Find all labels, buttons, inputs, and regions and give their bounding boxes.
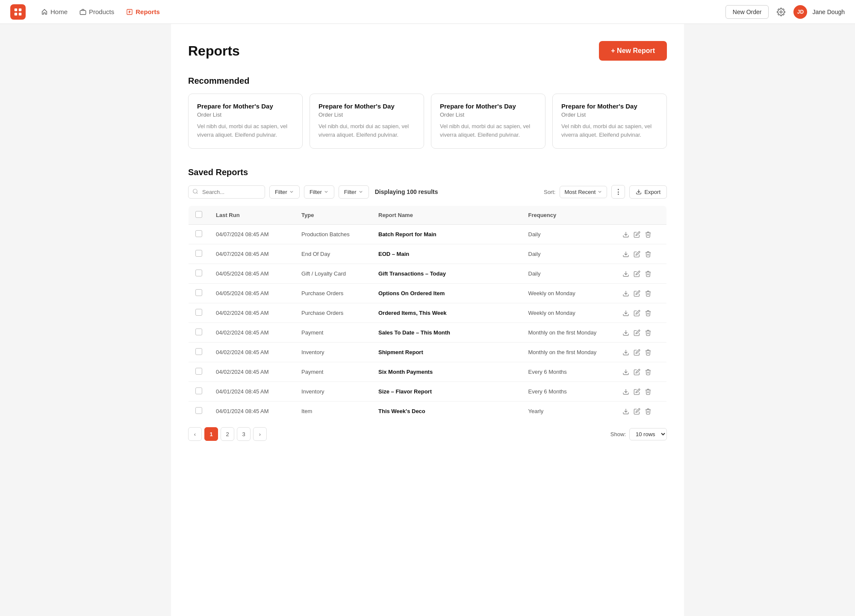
settings-icon[interactable]: [774, 5, 788, 19]
table-row: 04/02/2024 08:45 AM Payment Six Month Pa…: [189, 362, 667, 382]
row-checkbox-4[interactable]: [195, 309, 202, 316]
user-name: Jane Dough: [812, 9, 845, 15]
header-actions: [616, 206, 667, 225]
row-actions: [616, 402, 667, 421]
delete-icon[interactable]: [645, 408, 652, 415]
row-checkbox-8[interactable]: [195, 387, 202, 394]
row-checkbox-1[interactable]: [195, 250, 202, 257]
avatar[interactable]: JD: [793, 5, 807, 19]
page-header: Reports + New Report: [188, 41, 667, 61]
new-order-button[interactable]: New Order: [725, 5, 769, 19]
delete-icon[interactable]: [645, 231, 652, 238]
download-icon[interactable]: [622, 310, 629, 317]
delete-icon[interactable]: [645, 388, 652, 395]
row-last-run: 04/02/2024 08:45 AM: [209, 303, 295, 323]
more-options-button[interactable]: ⋮: [611, 185, 625, 199]
row-frequency: Monthly on the first Monday: [522, 323, 616, 343]
row-check-cell: [189, 362, 209, 382]
pagination-page-2[interactable]: 2: [221, 427, 234, 441]
download-icon[interactable]: [622, 408, 629, 415]
new-report-button[interactable]: + New Report: [599, 41, 667, 61]
select-all-checkbox[interactable]: [195, 211, 202, 218]
delete-icon[interactable]: [645, 329, 652, 336]
pagination-next[interactable]: ›: [253, 427, 267, 441]
row-checkbox-3[interactable]: [195, 289, 202, 296]
download-icon[interactable]: [622, 290, 629, 297]
recommended-section: Recommended Prepare for Mother's Day Ord…: [188, 76, 667, 149]
filter-button-3[interactable]: Filter: [339, 185, 369, 199]
filter-button-2[interactable]: Filter: [304, 185, 334, 199]
edit-icon[interactable]: [634, 349, 640, 356]
table-row: 04/07/2024 08:45 AM Production Batches B…: [189, 225, 667, 244]
header-report-name: Report Name: [371, 206, 522, 225]
nav-home[interactable]: Home: [36, 6, 73, 18]
recommended-card-0[interactable]: Prepare for Mother's Day Order List Vel …: [188, 94, 303, 149]
row-last-run: 04/05/2024 08:45 AM: [209, 284, 295, 303]
pagination-page-3[interactable]: 3: [237, 427, 251, 441]
nav-reports[interactable]: Reports: [121, 6, 165, 18]
nav-products[interactable]: Products: [74, 6, 119, 18]
download-icon[interactable]: [622, 231, 629, 238]
table-row: 04/05/2024 08:45 AM Gift / Loyalty Card …: [189, 264, 667, 284]
edit-icon[interactable]: [634, 290, 640, 297]
edit-icon[interactable]: [634, 231, 640, 238]
delete-icon[interactable]: [645, 369, 652, 375]
filter-button-1[interactable]: Filter: [269, 185, 300, 199]
delete-icon[interactable]: [645, 251, 652, 258]
table-row: 04/02/2024 08:45 AM Purchase Orders Orde…: [189, 303, 667, 323]
pagination-prev[interactable]: ‹: [188, 427, 202, 441]
row-check-cell: [189, 343, 209, 362]
download-icon[interactable]: [622, 388, 629, 395]
row-frequency: Yearly: [522, 402, 616, 421]
row-check-cell: [189, 244, 209, 264]
row-report-name: Batch Report for Main: [371, 225, 522, 244]
rows-per-page-select[interactable]: 10 rows 25 rows 50 rows: [629, 428, 667, 440]
edit-icon[interactable]: [634, 329, 640, 336]
reports-table-body: 04/07/2024 08:45 AM Production Batches B…: [189, 225, 667, 421]
edit-icon[interactable]: [634, 310, 640, 317]
row-report-name: Sales To Date – This Month: [371, 323, 522, 343]
download-icon[interactable]: [622, 329, 629, 336]
table-header-row: Last Run Type Report Name Frequency: [189, 206, 667, 225]
row-checkbox-6[interactable]: [195, 348, 202, 355]
row-checkbox-2[interactable]: [195, 270, 202, 276]
filter-bar: Filter Filter Filter Displaying 100 resu…: [188, 185, 667, 199]
sort-select[interactable]: Most Recent: [560, 186, 607, 198]
edit-icon[interactable]: [634, 369, 640, 375]
row-checkbox-7[interactable]: [195, 368, 202, 375]
row-frequency: Daily: [522, 225, 616, 244]
rec-card-title: Prepare for Mother's Day: [440, 103, 537, 110]
app-logo[interactable]: [10, 4, 26, 20]
delete-icon[interactable]: [645, 290, 652, 297]
search-wrap: [188, 185, 265, 199]
svg-rect-1: [19, 8, 21, 11]
row-checkbox-0[interactable]: [195, 230, 202, 237]
table-footer: ‹123› Show: 10 rows 25 rows 50 rows: [188, 421, 667, 441]
recommended-card-2[interactable]: Prepare for Mother's Day Order List Vel …: [431, 94, 545, 149]
row-actions: [616, 323, 667, 343]
export-button[interactable]: Export: [629, 185, 667, 199]
download-icon[interactable]: [622, 349, 629, 356]
download-icon[interactable]: [622, 369, 629, 375]
delete-icon[interactable]: [645, 270, 652, 277]
search-input[interactable]: [188, 185, 265, 199]
delete-icon[interactable]: [645, 310, 652, 317]
row-checkbox-9[interactable]: [195, 407, 202, 414]
rec-card-title: Prepare for Mother's Day: [197, 103, 294, 110]
row-last-run: 04/02/2024 08:45 AM: [209, 362, 295, 382]
main-content: Reports + New Report Recommended Prepare…: [171, 24, 684, 616]
row-type: Inventory: [295, 382, 371, 402]
pagination-page-1[interactable]: 1: [204, 427, 218, 441]
recommended-card-3[interactable]: Prepare for Mother's Day Order List Vel …: [552, 94, 667, 149]
delete-icon[interactable]: [645, 349, 652, 356]
row-checkbox-5[interactable]: [195, 329, 202, 335]
recommended-card-1[interactable]: Prepare for Mother's Day Order List Vel …: [310, 94, 424, 149]
edit-icon[interactable]: [634, 388, 640, 395]
download-icon[interactable]: [622, 270, 629, 277]
edit-icon[interactable]: [634, 408, 640, 415]
row-type: Item: [295, 402, 371, 421]
download-icon[interactable]: [622, 251, 629, 258]
edit-icon[interactable]: [634, 270, 640, 277]
edit-icon[interactable]: [634, 251, 640, 258]
row-report-name: Options On Ordered Item: [371, 284, 522, 303]
